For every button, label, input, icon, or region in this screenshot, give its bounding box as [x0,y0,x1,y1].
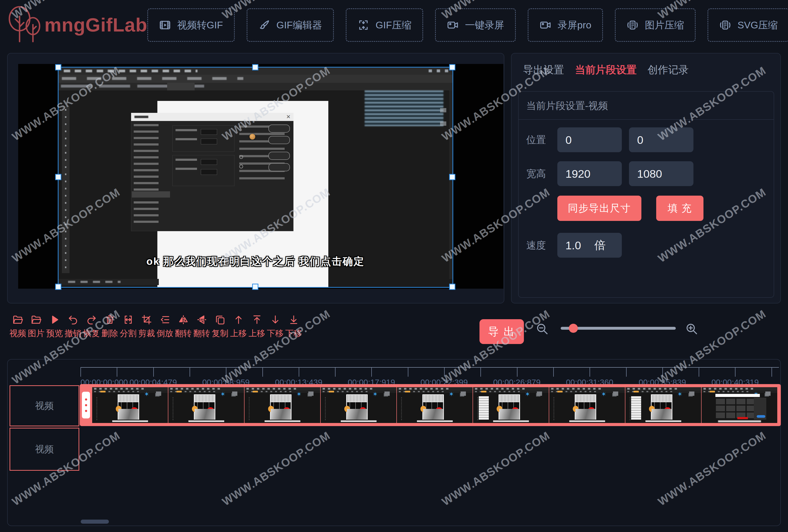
toolbar-item-label: 上移 [230,328,247,339]
tab-0[interactable]: 导出设置 [523,63,564,77]
nav-item-3[interactable]: 一键录屏 [435,8,516,42]
thumb-layers-icon [156,391,161,396]
thumb-star-icon: ✶ [144,391,149,397]
toolbar-item-0[interactable]: 视频 [8,314,27,339]
fill-button[interactable]: 填 充 [656,196,704,221]
timeline-zoom-slider[interactable] [561,327,676,330]
toolbar-item-10[interactable]: 翻转 [193,314,211,339]
play-icon [49,314,60,325]
track-label-0[interactable]: 视频 [9,385,79,426]
toolbar-item-4[interactable]: 恢复 [82,314,100,339]
screen-record-icon [539,19,551,31]
toolbar-item-3[interactable]: 撤销 [64,314,82,339]
track-label-text: 视频 [35,443,54,456]
toolbar-item-14[interactable]: 下移 [266,314,284,339]
position-x-input[interactable]: 0 [557,127,622,152]
arrow-up-icon [233,314,244,325]
clip-thumbnail: ✶ [473,387,549,423]
size-label: 宽高 [526,167,550,180]
toolbar-item-1[interactable]: 图片 [27,314,45,339]
preview-stage[interactable]: ✕ ok 那么我们现在明白这个之后 我们点击确定 [18,64,504,289]
toolbar-item-12[interactable]: 上移 [229,314,248,339]
selection-handle[interactable] [449,174,455,180]
selection-handle[interactable] [252,284,258,290]
export-button[interactable]: 导 出 [479,319,524,344]
ruler-tick [771,367,772,377]
preview-panel: ✕ ok 那么我们现在明白这个之后 我们点击确定 [7,53,504,304]
toolbar-item-15[interactable]: 下移 [284,314,303,339]
app-logo[interactable]: mngGifLab [8,6,147,44]
logo-text: mngGifLab [44,14,147,36]
toolbar-item-7[interactable]: 剪裁 [137,314,156,339]
toolbar-item-2[interactable]: 预览 [45,314,64,339]
height-input[interactable]: 1080 [629,161,693,186]
toolbar-item-9[interactable]: 翻转 [174,314,193,339]
toolbar-item-5[interactable]: 删除 [100,314,119,339]
speed-unit: 倍 [594,238,606,253]
ruler-tick [80,367,81,377]
selection-handle[interactable] [449,284,455,290]
timeline-horizontal-scrollbar[interactable] [81,519,109,524]
thumb-layers-icon [689,391,694,396]
zoom-out-icon[interactable] [535,322,549,335]
ruler-tick [553,367,554,377]
folder-video-icon [12,314,24,325]
nav-item-label: 一键录屏 [465,19,504,32]
nav-item-0[interactable]: 视频转GIF [147,8,235,42]
image-compress-icon [719,19,731,31]
selected-video-frame[interactable]: ✕ ok 那么我们现在明白这个之后 我们点击确定 [58,67,453,288]
nav-item-1[interactable]: GIF编辑器 [247,8,334,42]
ruler-tick [517,367,517,377]
ruler-tick [590,367,590,377]
arrow-down-icon [270,314,281,325]
toolbar-item-13[interactable]: 上移 [248,314,266,339]
tab-2[interactable]: 创作记录 [648,63,689,77]
clip-drag-handle[interactable] [82,392,90,418]
selection-handle[interactable] [55,64,61,70]
nav-item-label: 视频转GIF [177,19,223,32]
reverse-icon [159,314,171,325]
ruler-tick [408,367,408,377]
selection-handle[interactable] [55,284,61,290]
tab-1-active[interactable]: 当前片段设置 [575,63,637,77]
toolbar-item-6[interactable]: 分割 [119,314,137,339]
video-content-image-thumb [365,90,444,126]
ruler-tick [190,367,190,377]
video-clip[interactable]: ✶ ✶ ✶ ✶ ✶ ✶ ✶ ✶ ✶ [80,384,781,426]
nav-item-label: GIF编辑器 [277,19,322,32]
thumb-layers-icon [460,391,466,396]
slider-thumb[interactable] [569,324,578,333]
selection-handle[interactable] [449,64,455,70]
speed-label: 速度 [526,239,550,252]
selection-handle[interactable] [252,64,258,70]
nav-item-label: GIF压缩 [376,19,411,32]
sync-export-size-button[interactable]: 同步导出尺寸 [557,196,642,221]
ruler-tick [444,367,445,377]
video-subtitle: ok 那么我们现在明白这个之后 我们点击确定 [59,254,453,268]
toolbar-item-label: 撤销 [65,328,81,339]
redo-icon [86,314,97,325]
clip-thumbnail: ✶ [397,387,473,423]
toolbar-item-8[interactable]: 倒放 [156,314,174,339]
flip-horizontal-icon [178,314,189,325]
position-y-input[interactable]: 0 [629,127,693,152]
video-content-cursor [250,134,255,140]
nav-item-5[interactable]: 图片压缩 [615,8,695,42]
toolbar-item-label: 复制 [212,328,229,339]
speed-input[interactable]: 1.0 倍 [557,233,622,258]
gif-lab-app: mngGifLab 视频转GIFGIF编辑器GIF压缩一键录屏录屏pro图片压缩… [0,0,788,532]
toolbar-item-11[interactable]: 复制 [211,314,229,339]
track-label-1[interactable]: 视频 [9,428,79,471]
width-input[interactable]: 1920 [557,161,622,186]
nav-item-2[interactable]: GIF压缩 [346,8,423,42]
arrow-up-to-top-icon [251,314,263,325]
arrow-down-to-bottom-icon [288,314,299,325]
selection-handle[interactable] [55,174,61,180]
nav-item-4[interactable]: 录屏pro [528,8,603,42]
zoom-in-icon[interactable] [685,322,698,335]
trash-icon [104,314,116,325]
toolbar-item-label: 删除 [101,328,118,339]
navbar: mngGifLab 视频转GIFGIF编辑器GIF压缩一键录屏录屏pro图片压缩… [0,0,788,50]
card-title: 当前片段设置-视频 [519,91,774,120]
nav-item-6[interactable]: SVG压缩 [708,8,788,42]
